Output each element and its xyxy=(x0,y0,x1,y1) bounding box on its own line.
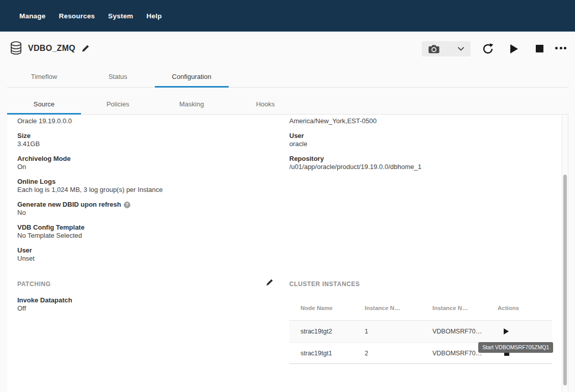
top-nav: Manage Resources System Help xyxy=(0,0,575,32)
field-label: VDB Config Template xyxy=(17,223,85,232)
column-header-instance-number: Instance N… xyxy=(365,305,400,311)
source-config-panel: Oracle 19.19.0.0.0 Size 3.41GB Archivelo… xyxy=(7,115,562,392)
field-value: oracle xyxy=(289,140,307,148)
start-instance-button[interactable] xyxy=(504,328,509,334)
subtab-label: Hooks xyxy=(256,100,275,108)
field-repository: Repository /u01/app/oracle/product/19.19… xyxy=(289,155,421,171)
patching-section-title: PATCHING xyxy=(17,281,51,288)
cluster-instances-table: Node Name Instance N… Instance N… Action… xyxy=(289,296,552,365)
cell-instance-name: VDBOMSRF70… xyxy=(432,350,482,357)
field-user-right: User oracle xyxy=(289,132,307,148)
nav-item-help[interactable]: Help xyxy=(147,12,162,20)
tab-status[interactable]: Status xyxy=(81,66,155,87)
tab-timeflow[interactable]: Timeflow xyxy=(7,66,81,87)
subtab-hooks[interactable]: Hooks xyxy=(229,88,303,114)
vertical-scrollbar-thumb[interactable] xyxy=(563,175,567,385)
field-label: Online Logs xyxy=(17,178,162,186)
field-label: User xyxy=(289,132,307,140)
field-size: Size 3.41GB xyxy=(17,132,40,148)
field-user-left: User Unset xyxy=(17,246,35,263)
field-vdb-config-template: VDB Config Template No Template Selected xyxy=(17,223,85,240)
field-value: 3.41GB xyxy=(17,140,40,148)
cluster-instances-section-title: CLUSTER INSTANCES xyxy=(289,281,360,288)
field-label: Repository xyxy=(289,155,421,163)
field-label: Generate new DBID upon refresh ? xyxy=(17,201,130,209)
start-instance-tooltip: Start VDBOMSRF705ZMQ1 xyxy=(478,342,553,353)
field-value: Unset xyxy=(17,255,35,263)
start-button[interactable] xyxy=(509,43,519,55)
nav-item-manage[interactable]: Manage xyxy=(19,12,45,20)
cell-node-name: strac19tgt1 xyxy=(300,350,332,357)
table-header-row: Node Name Instance N… Instance N… Action… xyxy=(289,296,552,321)
subtab-policies[interactable]: Policies xyxy=(81,88,155,114)
database-icon xyxy=(10,41,22,55)
configuration-subtabs: Source Policies Masking Hooks xyxy=(7,88,568,115)
field-value: Each log is 1,024 MB, 3 log group(s) per… xyxy=(17,186,162,194)
tab-label: Timeflow xyxy=(31,73,58,80)
subtab-label: Source xyxy=(34,100,54,108)
refresh-button[interactable] xyxy=(481,42,495,55)
field-value: Oracle 19.19.0.0.0 xyxy=(17,117,72,125)
edit-pencil-icon[interactable] xyxy=(81,44,90,52)
cell-instance-number: 2 xyxy=(365,350,368,357)
camera-icon[interactable] xyxy=(428,45,440,53)
field-generate-new-dbid: Generate new DBID upon refresh ? No xyxy=(17,201,130,217)
table-row: strac19tgt2 1 VDBOMSRF70… xyxy=(289,321,552,343)
column-header-actions: Actions xyxy=(498,305,519,311)
play-icon xyxy=(510,44,518,53)
field-value: No xyxy=(17,209,130,217)
main-tabs: Timeflow Status Configuration xyxy=(7,66,568,88)
field-archivelog-mode: Archivelog Mode On xyxy=(17,155,71,171)
snapshot-button-group[interactable] xyxy=(422,41,471,57)
tab-label: Configuration xyxy=(172,73,211,80)
ellipsis-icon xyxy=(555,47,558,49)
subtab-label: Masking xyxy=(179,100,204,108)
cell-instance-number: 1 xyxy=(365,328,368,335)
field-timezone: America/New_York,EST-0500 xyxy=(289,117,377,125)
more-actions-button[interactable] xyxy=(553,45,568,51)
field-label-text: Generate new DBID upon refresh xyxy=(17,201,121,209)
field-database-version: Oracle 19.19.0.0.0 xyxy=(17,117,72,125)
field-value: On xyxy=(17,163,71,171)
field-label: Size xyxy=(17,132,40,140)
field-value: /u01/app/oracle/product/19.19.0.0/dbhome… xyxy=(289,163,421,171)
cell-instance-name: VDBOMSRF70… xyxy=(432,328,482,335)
ellipsis-icon xyxy=(560,47,562,49)
field-invoke-datapatch: Invoke Datapatch Off xyxy=(17,296,72,313)
nav-item-system[interactable]: System xyxy=(108,12,133,20)
field-label: Archivelog Mode xyxy=(17,155,71,163)
edit-pencil-icon[interactable] xyxy=(266,278,273,286)
stop-button[interactable] xyxy=(534,43,544,53)
field-value: No Template Selected xyxy=(17,232,85,240)
stop-icon xyxy=(536,45,543,52)
tab-configuration[interactable]: Configuration xyxy=(155,66,229,87)
field-label: User xyxy=(17,246,35,255)
help-circle-icon[interactable]: ? xyxy=(124,202,130,208)
field-online-logs: Online Logs Each log is 1,024 MB, 3 log … xyxy=(17,178,162,194)
cell-node-name: strac19tgt2 xyxy=(300,328,332,335)
field-label: Invoke Datapatch xyxy=(17,296,72,304)
column-header-node-name: Node Name xyxy=(300,305,333,311)
tab-label: Status xyxy=(108,73,127,80)
chevron-down-icon[interactable] xyxy=(458,47,464,51)
subtab-masking[interactable]: Masking xyxy=(155,88,229,114)
field-value: Off xyxy=(17,304,72,313)
subtab-label: Policies xyxy=(106,100,129,108)
column-header-instance-name: Instance N… xyxy=(432,305,468,311)
subtab-source[interactable]: Source xyxy=(7,88,81,114)
nav-item-resources[interactable]: Resources xyxy=(59,12,95,20)
page-title: VDBO_ZMQ xyxy=(28,44,75,53)
app-window: Manage Resources System Help VDBO_ZMQ xyxy=(0,0,575,392)
field-value: America/New_York,EST-0500 xyxy=(289,117,377,125)
ellipsis-icon xyxy=(564,47,566,49)
